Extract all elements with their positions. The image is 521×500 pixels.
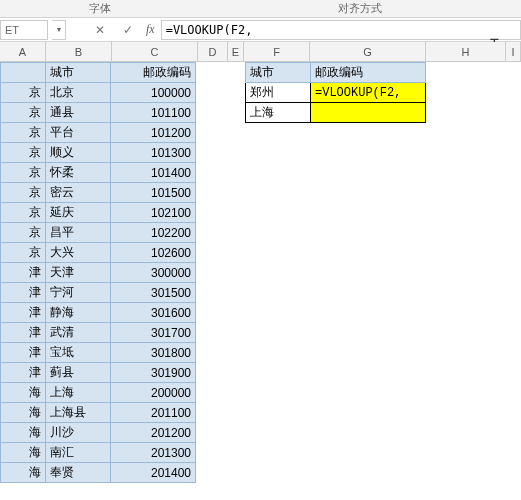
cell-city[interactable]: 奉贤 <box>46 463 111 483</box>
cell-province[interactable]: 津 <box>1 343 46 363</box>
cell-province[interactable]: 津 <box>1 283 46 303</box>
cell-province[interactable]: 京 <box>1 123 46 143</box>
col-header-I[interactable]: I <box>506 42 521 61</box>
cell-postal[interactable]: 101400 <box>111 163 196 183</box>
cell-city[interactable]: 昌平 <box>46 223 111 243</box>
cell-province[interactable]: 津 <box>1 303 46 323</box>
table-row[interactable]: 京密云101500 <box>1 183 196 203</box>
cell-city[interactable]: 宁河 <box>46 283 111 303</box>
lookup-result[interactable]: =VLOOKUP(F2, <box>311 83 426 103</box>
cell-city[interactable]: 通县 <box>46 103 111 123</box>
table-row[interactable]: 海南汇201300 <box>1 443 196 463</box>
table-row[interactable]: 津天津300000 <box>1 263 196 283</box>
cell-city[interactable]: 宝坻 <box>46 343 111 363</box>
cell-province[interactable]: 海 <box>1 463 46 483</box>
cell-city[interactable]: 平台 <box>46 123 111 143</box>
col-header-E[interactable]: E <box>228 42 244 61</box>
table-row[interactable]: 京昌平102200 <box>1 223 196 243</box>
cell-postal[interactable]: 101100 <box>111 103 196 123</box>
cell-province[interactable]: 京 <box>1 243 46 263</box>
cell-postal[interactable]: 101300 <box>111 143 196 163</box>
lookup-city[interactable]: 上海 <box>246 103 311 123</box>
cell-city[interactable]: 武清 <box>46 323 111 343</box>
col-header-F[interactable]: F <box>244 42 310 61</box>
cell-postal[interactable]: 301700 <box>111 323 196 343</box>
cell-province[interactable]: 海 <box>1 383 46 403</box>
cell-postal[interactable]: 200000 <box>111 383 196 403</box>
cell-province[interactable]: 海 <box>1 403 46 423</box>
cell-postal[interactable]: 201200 <box>111 423 196 443</box>
table-row[interactable]: 海上海县201100 <box>1 403 196 423</box>
fx-label[interactable]: fx <box>146 22 155 37</box>
cell-province[interactable]: 京 <box>1 143 46 163</box>
cell-city[interactable]: 北京 <box>46 83 111 103</box>
cell-postal[interactable]: 301500 <box>111 283 196 303</box>
cell-province[interactable]: 海 <box>1 443 46 463</box>
cell-province[interactable]: 京 <box>1 163 46 183</box>
table-row[interactable]: 京平台101200 <box>1 123 196 143</box>
cell-postal[interactable]: 300000 <box>111 263 196 283</box>
cell-postal[interactable]: 201100 <box>111 403 196 423</box>
col-header-H[interactable]: H <box>426 42 506 61</box>
col-header-A[interactable]: A <box>0 42 46 61</box>
table-row[interactable]: 京延庆102100 <box>1 203 196 223</box>
table-row[interactable]: 津静海301600 <box>1 303 196 323</box>
confirm-formula-button[interactable]: ✓ <box>116 20 140 40</box>
cell-city[interactable]: 蓟县 <box>46 363 111 383</box>
table-row[interactable]: 津武清301700 <box>1 323 196 343</box>
cell-postal[interactable]: 201400 <box>111 463 196 483</box>
cell-postal[interactable]: 301600 <box>111 303 196 323</box>
name-box[interactable]: ET <box>0 20 48 40</box>
cell-postal[interactable]: 102100 <box>111 203 196 223</box>
cell-city[interactable]: 川沙 <box>46 423 111 443</box>
col-header-G[interactable]: G <box>310 42 426 61</box>
cell-postal[interactable]: 301800 <box>111 343 196 363</box>
col-header-C[interactable]: C <box>112 42 198 61</box>
table-row[interactable]: 津宁河301500 <box>1 283 196 303</box>
cell-province[interactable]: 津 <box>1 263 46 283</box>
cell-postal[interactable]: 102200 <box>111 223 196 243</box>
spreadsheet-grid[interactable]: A B C D E F G H I 城市 邮政编码 京北京100000京通县10… <box>0 42 521 483</box>
cell-province[interactable]: 京 <box>1 203 46 223</box>
col-header-D[interactable]: D <box>198 42 228 61</box>
cell-city[interactable]: 顺义 <box>46 143 111 163</box>
cell-city[interactable]: 上海 <box>46 383 111 403</box>
cell-city[interactable]: 天津 <box>46 263 111 283</box>
cell-city[interactable]: 南汇 <box>46 443 111 463</box>
lookup-row[interactable]: 郑州=VLOOKUP(F2, <box>246 83 426 103</box>
table-row[interactable]: 京怀柔101400 <box>1 163 196 183</box>
cancel-formula-button[interactable]: ✕ <box>88 20 112 40</box>
cell-postal[interactable]: 100000 <box>111 83 196 103</box>
cell-province[interactable]: 京 <box>1 103 46 123</box>
cell-province[interactable]: 京 <box>1 223 46 243</box>
formula-input[interactable]: =VLOOKUP(F2, <box>161 20 521 40</box>
lookup-city[interactable]: 郑州 <box>246 83 311 103</box>
table-row[interactable]: 京通县101100 <box>1 103 196 123</box>
table-row[interactable]: 海上海200000 <box>1 383 196 403</box>
cell-city[interactable]: 怀柔 <box>46 163 111 183</box>
cell-city[interactable]: 延庆 <box>46 203 111 223</box>
table-row[interactable]: 京大兴102600 <box>1 243 196 263</box>
cell-city[interactable]: 上海县 <box>46 403 111 423</box>
col-header-B[interactable]: B <box>46 42 112 61</box>
cell-province[interactable]: 津 <box>1 363 46 383</box>
lookup-result[interactable] <box>311 103 426 123</box>
lookup-row[interactable]: 上海 <box>246 103 426 123</box>
table-row[interactable]: 津宝坻301800 <box>1 343 196 363</box>
cell-postal[interactable]: 102600 <box>111 243 196 263</box>
table-row[interactable]: 海川沙201200 <box>1 423 196 443</box>
name-box-dropdown[interactable]: ▾ <box>52 20 66 40</box>
cell-province[interactable]: 津 <box>1 323 46 343</box>
cell-city[interactable]: 静海 <box>46 303 111 323</box>
cell-city[interactable]: 大兴 <box>46 243 111 263</box>
cell-province[interactable]: 京 <box>1 183 46 203</box>
cell-postal[interactable]: 101500 <box>111 183 196 203</box>
cell-province[interactable]: 京 <box>1 83 46 103</box>
table-row[interactable]: 京北京100000 <box>1 83 196 103</box>
table-row[interactable]: 津蓟县301900 <box>1 363 196 383</box>
cell-province[interactable]: 海 <box>1 423 46 443</box>
cell-postal[interactable]: 101200 <box>111 123 196 143</box>
table-row[interactable]: 海奉贤201400 <box>1 463 196 483</box>
cell-postal[interactable]: 301900 <box>111 363 196 383</box>
cell-postal[interactable]: 201300 <box>111 443 196 463</box>
